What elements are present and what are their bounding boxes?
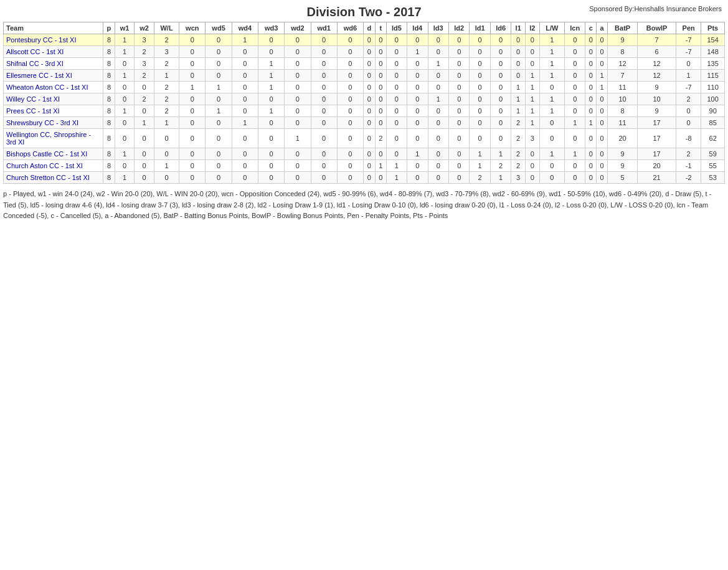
stat-cell: 0 (258, 34, 284, 46)
stat-cell: 0 (311, 129, 337, 148)
stat-cell: 0 (375, 46, 386, 58)
col-wd5: wd5 (206, 22, 232, 34)
stat-cell: 0 (585, 46, 597, 58)
stat-cell: 0 (597, 129, 608, 148)
team-link[interactable]: Shrewsbury CC - 3rd XI (6, 119, 78, 126)
col-lcn: lcn (565, 22, 585, 34)
table-row: Church Aston CC - 1st XI8001000000001100… (4, 160, 725, 172)
stat-cell: 0 (375, 93, 386, 105)
team-link[interactable]: Willey CC - 1st XI (6, 95, 60, 103)
col-team: Team (4, 22, 103, 34)
stat-cell: 11 (608, 82, 638, 93)
stat-cell: 0 (386, 105, 407, 117)
standings-table: Team p w1 w2 W/L wcn wd5 wd4 wd3 wd2 wd1… (3, 22, 725, 184)
team-link[interactable]: Allscott CC - 1st XI (6, 48, 64, 55)
stat-cell: 0 (526, 160, 540, 172)
col-wd6: wd6 (337, 22, 363, 34)
team-link[interactable]: Church Stretton CC - 1st XI (6, 174, 90, 181)
stat-cell: 0 (337, 148, 363, 160)
legend: p - Played, w1 - win 24-0 (24), w2 - Win… (0, 184, 728, 225)
stat-cell: 0 (311, 148, 337, 160)
stat-cell: 0 (428, 129, 448, 148)
stat-cell: 1 (115, 70, 135, 82)
stat-cell: 0 (470, 82, 490, 93)
team-link[interactable]: Prees CC - 1st XI (6, 107, 60, 115)
stat-cell: 0 (539, 82, 564, 93)
table-header-row: Team p w1 w2 W/L wcn wd5 wd4 wd3 wd2 wd1… (4, 22, 725, 34)
stat-cell: 0 (585, 82, 597, 93)
stat-cell: 0 (407, 70, 428, 82)
stat-cell: 8 (103, 172, 115, 184)
team-link[interactable]: Church Aston CC - 1st XI (6, 162, 83, 169)
team-link[interactable]: Ellesmere CC - 1st XI (6, 72, 72, 79)
stat-cell: 0 (565, 160, 585, 172)
team-link[interactable]: Wheaton Aston CC - 1st XI (6, 83, 88, 91)
team-link[interactable]: Wellington CC, Shropshire - 3rd XI (6, 131, 91, 146)
stat-cell: 62 (701, 129, 725, 148)
stat-cell: 0 (428, 160, 448, 172)
stat-cell: 9 (608, 34, 638, 46)
stat-cell: 2 (154, 58, 179, 70)
team-link[interactable]: Pontesbury CC - 1st XI (6, 36, 77, 44)
sponsored-link[interactable]: Henshalls Insurance Brokers (634, 5, 722, 12)
table-row: Church Stretton CC - 1st XI8100000000000… (4, 172, 725, 184)
team-link[interactable]: Bishops Castle CC - 1st XI (6, 150, 87, 158)
stat-cell: 0 (490, 129, 511, 148)
stat-cell: 0 (539, 117, 564, 129)
stat-cell: 2 (676, 148, 701, 160)
stat-cell: 0 (597, 148, 608, 160)
stat-cell: 10 (638, 93, 676, 105)
stat-cell: 0 (676, 58, 701, 70)
stat-cell: 0 (407, 160, 428, 172)
stat-cell: 0 (526, 148, 540, 160)
stat-cell: 0 (179, 70, 206, 82)
stat-cell: 8 (103, 160, 115, 172)
stat-cell: 10 (608, 93, 638, 105)
stat-cell: 17 (638, 148, 676, 160)
stat-cell: 0 (490, 70, 511, 82)
col-wd1: wd1 (311, 22, 337, 34)
stat-cell: 9 (608, 148, 638, 160)
stat-cell: 0 (285, 70, 311, 82)
table-row: Wellington CC, Shropshire - 3rd XI800000… (4, 129, 725, 148)
stat-cell: 0 (258, 46, 284, 58)
stat-cell: 1 (258, 70, 284, 82)
stat-cell: 53 (701, 172, 725, 184)
stat-cell: 0 (407, 82, 428, 93)
stat-cell: 1 (526, 93, 540, 105)
stat-cell: 6 (638, 46, 676, 58)
stat-cell: 0 (154, 129, 179, 148)
stat-cell: 1 (539, 70, 564, 82)
stat-cell: 0 (311, 117, 337, 129)
stat-cell: 0 (311, 160, 337, 172)
stat-cell: 0 (676, 105, 701, 117)
stat-cell: 0 (206, 148, 232, 160)
stat-cell: 0 (364, 129, 376, 148)
stat-cell: 0 (407, 105, 428, 117)
stat-cell: 0 (565, 58, 585, 70)
team-name-cell: Wheaton Aston CC - 1st XI (4, 82, 103, 93)
stat-cell: 0 (407, 117, 428, 129)
stat-cell: 0 (448, 105, 469, 117)
team-name-cell: Ellesmere CC - 1st XI (4, 70, 103, 82)
stat-cell: 0 (337, 34, 363, 46)
stat-cell: 1 (490, 148, 511, 160)
stat-cell: 0 (490, 93, 511, 105)
stat-cell: 0 (337, 160, 363, 172)
stat-cell: 0 (597, 160, 608, 172)
stat-cell: 0 (526, 58, 540, 70)
stat-cell: 0 (490, 82, 511, 93)
col-d: d (364, 22, 376, 34)
stat-cell: 0 (470, 105, 490, 117)
stat-cell: 1 (258, 58, 284, 70)
stat-cell: 115 (701, 70, 725, 82)
stat-cell: 0 (585, 160, 597, 172)
stat-cell: 8 (608, 105, 638, 117)
stat-cell: 2 (135, 93, 154, 105)
team-link[interactable]: Shifnal CC - 3rd XI (6, 60, 64, 67)
stat-cell: 0 (206, 70, 232, 82)
stat-cell: 1 (407, 46, 428, 58)
stat-cell: 1 (511, 82, 526, 93)
col-pts: Pts (701, 22, 725, 34)
stat-cell: 1 (490, 172, 511, 184)
